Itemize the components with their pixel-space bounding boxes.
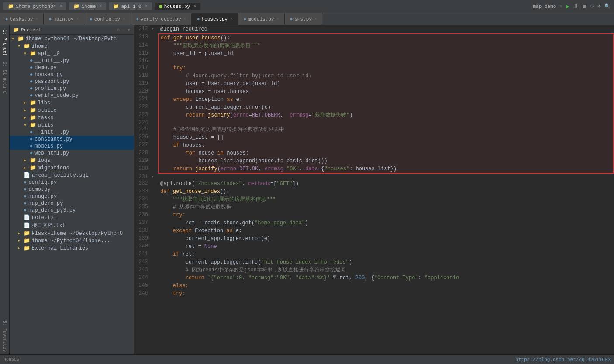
tree-item-label: map_demo_py3.py xyxy=(28,207,76,213)
top-tab-project3[interactable]: 📁 api_1_0 × xyxy=(109,2,152,10)
code-token-const: RET.DBERR xyxy=(252,112,280,118)
side-tab-project[interactable]: 1: Project xyxy=(1,27,8,58)
top-tab-label2: ihome xyxy=(81,4,96,9)
tree-item-label: manage.py xyxy=(28,193,57,199)
sidebar-tree-item[interactable]: ●map_demo.py xyxy=(10,200,134,207)
code-token-kw: for xyxy=(161,150,198,156)
line-number: 239 xyxy=(134,235,152,243)
file-tab-close-houses[interactable]: × xyxy=(230,17,232,21)
code-line: 213def get_user_houses(): xyxy=(134,34,614,42)
sidebar-tree-item[interactable]: ▸ 📁static xyxy=(10,106,134,114)
sidebar-tree-item[interactable]: ●demo.py xyxy=(10,64,134,71)
file-tab-close-sms[interactable]: × xyxy=(314,17,317,21)
sidebar-tree-item[interactable]: ▸ 📁ihome ~/Python04/ihome... xyxy=(10,237,134,244)
sidebar-tree-item[interactable]: ●verify_code.py xyxy=(10,92,134,99)
file-tab-close-models[interactable]: × xyxy=(276,17,279,21)
file-tab-close-config[interactable]: × xyxy=(123,17,125,21)
file-tab-config[interactable]: ● config.py × xyxy=(84,13,131,25)
sidebar-tree-item[interactable]: ▸ 📁migrations xyxy=(10,164,134,172)
file-tab-close-main[interactable]: × xyxy=(76,17,79,21)
settings-icon[interactable]: ⚙ xyxy=(598,3,601,9)
sidebar-tree-item[interactable]: 📄接口文档.txt xyxy=(10,221,134,230)
fold-arrow[interactable]: ▾ xyxy=(152,27,154,31)
code-scroll[interactable]: 212▾@login_required213def get_user_house… xyxy=(134,25,614,354)
line-number: 212 xyxy=(134,25,152,34)
sidebar-tree-item[interactable]: ▸ 📁External Libraries xyxy=(10,244,134,252)
sidebar-tree-item[interactable]: ▸ 📁Flask-iHome ~/Desktop/Python0 xyxy=(10,230,134,237)
line-gutter xyxy=(152,157,159,165)
folder-icon: ▸ 📁 xyxy=(24,165,36,171)
top-tab-project4[interactable]: houses.py × xyxy=(155,3,200,10)
code-token: houses_list.append(house.to_basic_dict()… xyxy=(161,158,328,164)
sidebar-tree-item[interactable]: ▾ 📁ihome xyxy=(10,42,134,50)
top-tab-close3[interactable]: × xyxy=(145,4,148,9)
line-gutter xyxy=(152,126,159,134)
search-icon[interactable]: 🔍 xyxy=(604,3,611,9)
code-token-comment: # House.query.filter_by(user_id=user_id) xyxy=(161,73,312,79)
fold-arrow[interactable]: ▾ xyxy=(152,175,154,179)
side-tab-favorites[interactable]: 5: Favorites xyxy=(1,318,8,354)
file-tab-sms[interactable]: ● sms.py × xyxy=(285,13,323,25)
tree-item-label: map_demo.py xyxy=(28,200,63,206)
line-number: 229 xyxy=(134,157,152,165)
top-tab-project1[interactable]: 📁 ihome_python04 × xyxy=(3,2,66,10)
sidebar-tree-item[interactable]: ●demo.py xyxy=(10,186,134,193)
sidebar-tree-item[interactable]: ▾ 📁ihome_python04 ~/Desktop/Pyth xyxy=(10,35,134,42)
line-gutter xyxy=(152,243,159,251)
file-tab-verify[interactable]: ● verify_code.py × xyxy=(131,13,192,25)
sidebar-tree-item[interactable]: ▸ 📁tasks xyxy=(10,114,134,121)
tab-icon1: 📁 xyxy=(8,3,14,9)
tree-item-label: passport.py xyxy=(34,79,69,85)
sidebar-tree-item[interactable]: 📄note.txt xyxy=(10,214,134,221)
file-tab-label-sms: sms.py xyxy=(294,17,312,22)
file-tab-close-tasks[interactable]: × xyxy=(35,17,38,21)
sidebar-tree-item[interactable]: 📄areas_facility.sql xyxy=(10,172,134,179)
file-tab-close-verify[interactable]: × xyxy=(184,17,186,21)
sidebar-tree-item[interactable]: ▾ 📁api_1_0 xyxy=(10,50,134,57)
sidebar-tree-item[interactable]: ▸ 📁libs xyxy=(10,99,134,106)
file-tab-main[interactable]: ● main.py × xyxy=(44,13,84,25)
code-token-kw: except xyxy=(160,228,195,234)
run-button[interactable]: ▶ xyxy=(566,3,569,10)
sidebar-tree-item[interactable]: ●map_demo_py3.py xyxy=(10,207,134,214)
sidebar-tree-item[interactable]: ●__init__.py xyxy=(10,129,134,136)
debug-button[interactable]: ⏸ xyxy=(573,3,579,10)
top-tab-project2[interactable]: 📁 ihome × xyxy=(69,2,106,10)
side-tab-structure[interactable]: 2: Structure xyxy=(1,59,8,96)
file-tab-label-verify: verify_code.py xyxy=(141,17,181,22)
file-tab-houses[interactable]: ● houses.py × xyxy=(192,13,238,25)
code-token: current_app.logger.info( xyxy=(160,259,261,265)
sidebar-tree-item[interactable]: ●manage.py xyxy=(10,193,134,200)
stop-button[interactable]: ⏹ xyxy=(582,3,587,9)
sidebar-tree-item[interactable]: ●__init__.py xyxy=(10,57,134,64)
top-tab-close2[interactable]: × xyxy=(99,4,102,9)
status-url[interactable]: https://blog.csdn.net/qq_42611683 xyxy=(515,357,611,362)
top-tab-close4[interactable]: × xyxy=(193,4,196,9)
sidebar-tree-item[interactable]: ●web_html.py xyxy=(10,150,134,157)
rerun-button[interactable]: ⟳ xyxy=(590,3,594,9)
sidebar-tree-item[interactable]: ●models.py xyxy=(10,143,134,150)
line-number: 241 xyxy=(134,251,152,258)
file-tab-tasks[interactable]: ● tasks.py × xyxy=(0,13,44,25)
top-tab-close1[interactable]: × xyxy=(59,4,62,9)
sidebar-tree-item[interactable]: ●constants.py xyxy=(10,136,134,143)
sidebar-tree-item[interactable]: ▾ 📁utils xyxy=(10,121,134,129)
code-content: return '{"errno":0, "errmsg":"OK", "data… xyxy=(159,274,614,282)
sidebar-tree-item[interactable]: ●houses.py xyxy=(10,71,134,78)
sidebar-tree-item[interactable]: ▸ 📁logs xyxy=(10,157,134,164)
code-token: houses_list = [] xyxy=(161,134,224,141)
line-number: 227 xyxy=(134,141,152,149)
code-token: user_id = g.user_id xyxy=(161,51,233,57)
sidebar-settings[interactable]: ⚙ ☆ ▼ xyxy=(117,27,130,33)
top-bar-right: map_demo ▼ ▶ ⏸ ⏹ ⟳ ⚙ 🔍 xyxy=(533,3,611,10)
code-token: % ret, xyxy=(330,275,355,281)
line-number: 236 xyxy=(134,211,152,219)
line-gutter xyxy=(152,141,159,149)
sidebar-tree-item[interactable]: ●config.py xyxy=(10,179,134,186)
file-tab-label-houses: houses.py xyxy=(202,17,228,22)
file-tab-models[interactable]: ● models.py × xyxy=(238,13,284,25)
py-file-icon: ● xyxy=(24,186,27,192)
sidebar-tree-item[interactable]: ●profile.py xyxy=(10,85,134,92)
line-number: 243 xyxy=(134,266,152,274)
sidebar-tree-item[interactable]: ●passport.py xyxy=(10,78,134,85)
